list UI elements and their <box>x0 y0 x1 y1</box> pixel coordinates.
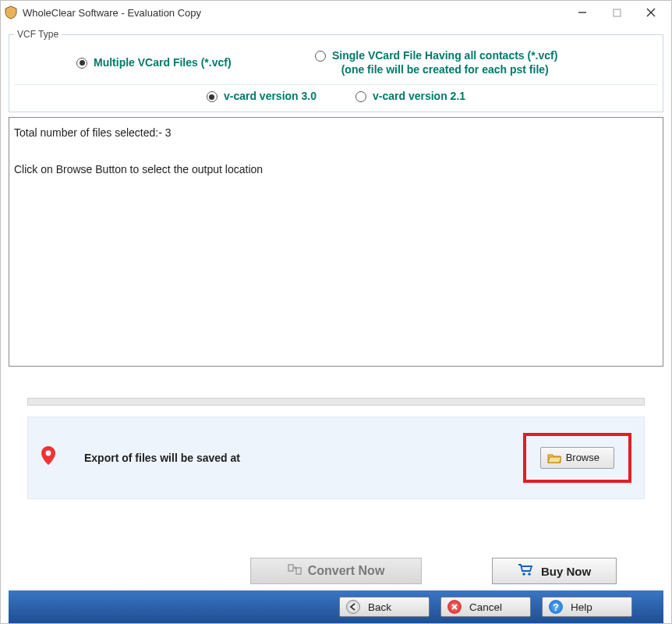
svg-rect-6 <box>296 568 301 574</box>
help-button[interactable]: ? Help <box>542 597 632 617</box>
svg-rect-5 <box>288 565 293 571</box>
help-question-icon: ? <box>549 600 563 614</box>
svg-point-4 <box>46 451 51 456</box>
convert-icon <box>288 563 302 579</box>
radio-multiple-label: Multiple VCard Files (*.vcf) <box>94 56 232 70</box>
minimize-button[interactable] <box>565 2 599 23</box>
window-title: WholeClear Software - Evaluation Copy <box>23 7 565 19</box>
buy-now-label: Buy Now <box>541 565 591 578</box>
app-window: WholeClear Software - Evaluation Copy VC… <box>0 0 672 624</box>
bottom-nav-bar: Back Cancel ? Help <box>9 590 663 623</box>
radio-single-label-line2: (one file will be created for each pst f… <box>341 63 549 76</box>
radio-empty-icon <box>315 51 326 62</box>
status-output: Total number of files selected:- 3 Click… <box>9 117 663 367</box>
vcf-type-group: VCF Type Multiple VCard Files (*.vcf) Si… <box>9 29 663 112</box>
instruction-line: Click on Browse Button to select the out… <box>14 161 658 179</box>
convert-now-button[interactable]: Convert Now <box>250 558 422 584</box>
radio-multiple-vcard[interactable]: Multiple VCard Files (*.vcf) <box>76 56 232 70</box>
action-row: Convert Now Buy Now <box>9 555 663 590</box>
back-button[interactable]: Back <box>339 597 430 617</box>
cart-icon <box>518 564 533 579</box>
files-selected-prefix: Total number of files selected:- <box>14 126 165 139</box>
close-button[interactable] <box>634 2 668 23</box>
back-button-label: Back <box>368 601 391 613</box>
cancel-button-label: Cancel <box>469 601 502 613</box>
folder-open-icon <box>547 452 561 463</box>
buy-now-button[interactable]: Buy Now <box>492 558 617 584</box>
radio-vcard-30[interactable]: v-card version 3.0 <box>207 90 317 104</box>
convert-now-label: Convert Now <box>308 564 385 578</box>
radio-single-vcard[interactable]: Single VCard File Having all contacts (*… <box>315 49 627 76</box>
radio-v21-label: v-card version 2.1 <box>373 90 465 104</box>
svg-point-8 <box>528 573 531 576</box>
location-pin-icon <box>41 446 56 469</box>
files-selected-line: Total number of files selected:- 3 <box>14 124 658 143</box>
progress-bar <box>27 398 645 406</box>
title-bar: WholeClear Software - Evaluation Copy <box>1 1 671 24</box>
content-area: VCF Type Multiple VCard Files (*.vcf) Si… <box>1 24 671 623</box>
export-location-panel: Export of files will be saved at Browse <box>27 417 645 499</box>
export-location-label: Export of files will be saved at <box>84 452 523 464</box>
help-button-label: Help <box>571 601 592 613</box>
radio-dot-icon <box>76 58 87 69</box>
back-arrow-icon <box>346 600 360 614</box>
svg-point-7 <box>522 573 525 576</box>
radio-single-label-line1: Single VCard File Having all contacts (*… <box>332 49 557 62</box>
browse-button[interactable]: Browse <box>540 447 614 469</box>
browse-highlight-box: Browse <box>523 433 631 483</box>
radio-dot-icon <box>207 91 218 102</box>
svg-rect-1 <box>614 9 621 16</box>
vcf-type-legend: VCF Type <box>14 29 62 40</box>
cancel-x-icon <box>447 600 462 614</box>
cancel-button[interactable]: Cancel <box>440 597 531 617</box>
radio-empty-icon <box>355 91 366 102</box>
maximize-button[interactable] <box>599 2 634 23</box>
radio-vcard-21[interactable]: v-card version 2.1 <box>355 90 465 104</box>
files-selected-count: 3 <box>165 126 172 139</box>
radio-v30-label: v-card version 3.0 <box>224 90 317 104</box>
app-icon <box>4 5 18 20</box>
browse-button-label: Browse <box>566 452 599 463</box>
